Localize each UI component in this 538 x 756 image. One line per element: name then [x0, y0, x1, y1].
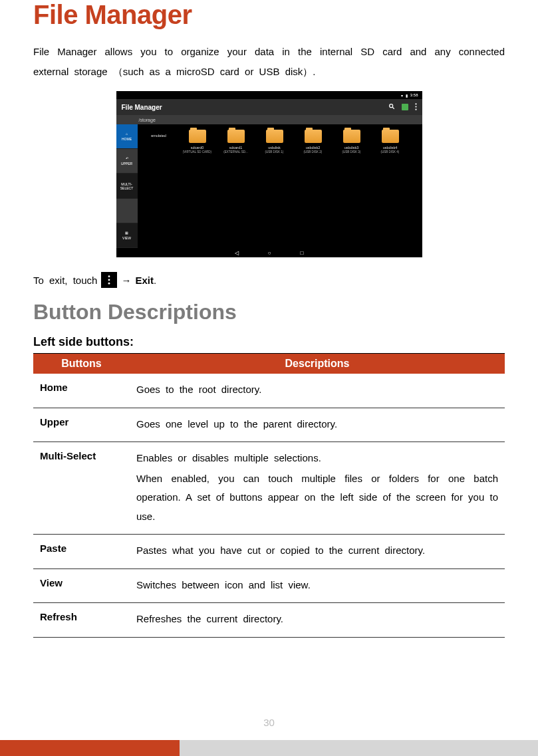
table-row: RefreshRefreshes the current directory.	[33, 603, 505, 638]
app-bar: File Manager	[116, 99, 422, 115]
exit-post: .	[154, 275, 156, 286]
button-desc-cell: Pastes what you have cut or copied to th…	[130, 535, 505, 569]
toggle-icon[interactable]	[402, 104, 408, 110]
desc-paragraph: Pastes what you have cut or copied to th…	[136, 541, 498, 561]
sidebar-home[interactable]: ⌂HOME	[116, 124, 138, 149]
svg-point-5	[108, 275, 110, 277]
sidebar-view[interactable]: ▦VIEW	[116, 223, 138, 248]
sidebar-blank[interactable]	[116, 199, 138, 223]
sidebar-upper[interactable]: ↶UPPER	[116, 149, 138, 174]
app-title: File Manager	[122, 104, 162, 111]
table-header-buttons: Buttons	[33, 354, 130, 374]
button-name-cell: Multi-Select	[33, 442, 130, 535]
android-status-bar: ▾ ▮ 3:58	[116, 91, 422, 99]
search-icon[interactable]	[388, 103, 395, 111]
button-name-cell: Home	[33, 374, 130, 408]
button-desc-cell: Switches between icon and list view.	[130, 568, 505, 603]
table-header-descriptions: Descriptions	[130, 354, 505, 374]
folder-label: usbdisk	[268, 146, 281, 150]
wifi-icon: ▾	[401, 93, 403, 98]
subsection-heading: Left side buttons:	[33, 335, 505, 349]
document-page: File Manager File Manager allows you to …	[0, 0, 538, 756]
exit-pre: To exit, touch	[33, 275, 97, 286]
button-description-table: Buttons Descriptions HomeGoes to the roo…	[33, 353, 505, 638]
folder-sublabel: (VIRTUAL SD CARD)	[183, 150, 211, 154]
svg-point-2	[415, 103, 416, 104]
folder-item[interactable]: sdcard1(EXTERNAL SD...	[217, 130, 255, 154]
folder-label: usbdisk2	[306, 146, 321, 150]
overflow-menu-icon[interactable]	[101, 272, 117, 288]
folder-sublabel: (EXTERNAL SD...	[223, 150, 247, 154]
folder-item[interactable]: emulated	[140, 130, 178, 138]
button-desc-cell: Goes one level up to the parent director…	[130, 408, 505, 442]
svg-point-7	[108, 283, 110, 285]
nav-back-icon[interactable]: ◁	[235, 250, 239, 256]
table-row: Multi-SelectEnables or disables multiple…	[33, 442, 505, 535]
table-row: UpperGoes one level up to the parent dir…	[33, 408, 505, 442]
folder-item[interactable]: usbdisk3(USB DISK 3)	[333, 130, 370, 154]
folder-label: sdcard0	[191, 146, 204, 150]
button-name-cell: Paste	[33, 535, 130, 569]
svg-point-0	[389, 104, 392, 108]
desc-paragraph: Refreshes the current directory.	[136, 610, 498, 629]
nav-home-icon[interactable]: ○	[268, 250, 271, 256]
folder-label: usbdisk4	[383, 146, 398, 150]
desc-paragraph: Enables or disables multiple selections.	[136, 449, 498, 468]
folder-item[interactable]: usbdisk4(USB DISK 4)	[372, 130, 409, 154]
intro-paragraph: File Manager allows you to organize your…	[33, 42, 505, 82]
exit-label: Exit	[135, 275, 154, 286]
folder-label: emulated	[151, 134, 166, 138]
desc-paragraph: Goes to the root directory.	[136, 380, 498, 400]
svg-point-6	[108, 279, 110, 281]
folder-sublabel: (USB DISK 3)	[342, 150, 361, 154]
button-desc-cell: Enables or disables multiple selections.…	[130, 442, 505, 535]
arrow-icon: →	[121, 275, 131, 286]
desc-paragraph: Goes one level up to the parent director…	[136, 415, 498, 434]
footer-bar	[0, 740, 538, 756]
button-name-cell: Upper	[33, 408, 130, 442]
screenshot-sidebar: ⌂HOME ↶UPPER MULTI-SELECT ▦VIEW	[116, 124, 138, 248]
folder-icon	[343, 130, 360, 143]
button-desc-cell: Goes to the root directory.	[130, 374, 505, 408]
svg-point-4	[415, 108, 416, 110]
folder-icon	[189, 130, 206, 143]
folder-sublabel: (USB DISK 4)	[381, 150, 400, 154]
table-row: ViewSwitches between icon and list view.	[33, 568, 505, 603]
path-bar: /storage	[116, 115, 422, 124]
folder-item[interactable]: sdcard0(VIRTUAL SD CARD)	[179, 130, 216, 154]
battery-icon: ▮	[406, 93, 408, 98]
folder-label: sdcard1	[229, 146, 243, 150]
page-title: File Manager	[33, 0, 505, 30]
folder-sublabel: (USB DISK 2)	[304, 150, 323, 154]
folder-icon	[266, 130, 283, 143]
button-name-cell: Refresh	[33, 603, 130, 638]
folder-label: usbdisk3	[344, 146, 359, 150]
folder-icon	[227, 130, 245, 143]
desc-paragraph: When enabled, you can touch multiple fil…	[136, 469, 498, 527]
overflow-menu-icon[interactable]	[415, 103, 417, 112]
folder-item[interactable]: usbdisk2(USB DISK 2)	[295, 130, 332, 154]
android-nav-bar: ◁ ○ □	[116, 248, 422, 257]
button-name-cell: View	[33, 568, 130, 603]
page-number: 30	[0, 717, 538, 728]
status-time: 3:58	[410, 93, 418, 97]
exit-instruction: To exit, touch → Exit.	[33, 272, 505, 288]
table-row: PastePastes what you have cut or copied …	[33, 535, 505, 569]
section-heading: Button Descriptions	[33, 300, 505, 324]
desc-paragraph: Switches between icon and list view.	[136, 576, 498, 595]
screenshot-figure: ▾ ▮ 3:58 File Manager /storage	[33, 91, 505, 257]
svg-point-3	[415, 106, 416, 107]
sidebar-multiselect[interactable]: MULTI-SELECT	[116, 174, 138, 198]
button-desc-cell: Refreshes the current directory.	[130, 603, 505, 638]
table-row: HomeGoes to the root directory.	[33, 374, 505, 408]
folder-item[interactable]: usbdisk(USB DISK 1)	[256, 130, 293, 154]
file-manager-screenshot: ▾ ▮ 3:58 File Manager /storage	[116, 91, 422, 257]
folder-icon	[305, 130, 322, 143]
file-grid: emulatedsdcard0(VIRTUAL SD CARD)sdcard1(…	[138, 124, 422, 248]
nav-recent-icon[interactable]: □	[301, 250, 304, 256]
folder-sublabel: (USB DISK 1)	[265, 150, 284, 154]
svg-line-1	[392, 107, 394, 109]
folder-icon	[382, 130, 399, 143]
